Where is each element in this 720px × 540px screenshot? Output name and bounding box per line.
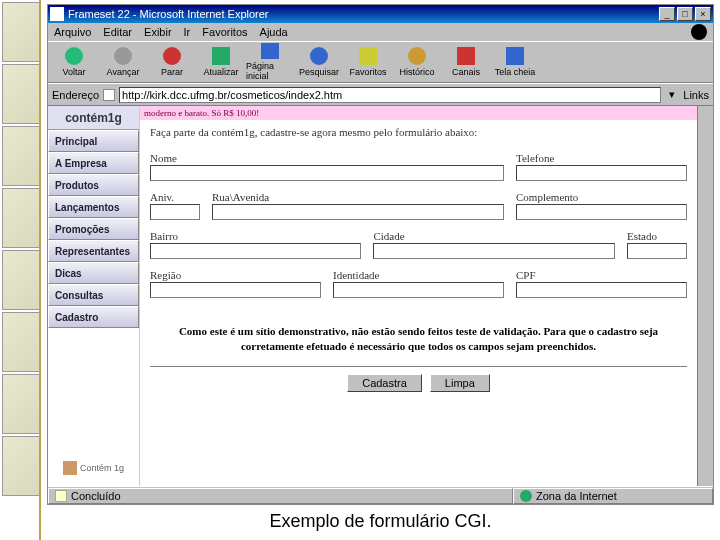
label-regiao: Região bbox=[150, 269, 321, 281]
channels-icon bbox=[457, 47, 475, 65]
forward-icon bbox=[114, 47, 132, 65]
search-button[interactable]: Pesquisar bbox=[295, 43, 343, 81]
thumbnail[interactable] bbox=[2, 2, 41, 62]
submit-button[interactable]: Cadastra bbox=[347, 374, 422, 392]
search-icon bbox=[310, 47, 328, 65]
site-brand: contém1g bbox=[48, 106, 139, 130]
maximize-button[interactable]: □ bbox=[677, 7, 693, 21]
divider bbox=[150, 366, 687, 368]
thumbnail[interactable] bbox=[2, 126, 41, 186]
slide-main: Frameset 22 - Microsoft Internet Explore… bbox=[41, 0, 720, 540]
thumbnail[interactable] bbox=[2, 64, 41, 124]
input-telefone[interactable] bbox=[516, 165, 687, 181]
home-icon bbox=[261, 43, 279, 59]
input-aniv[interactable] bbox=[150, 204, 200, 220]
thumbnail[interactable] bbox=[2, 312, 41, 372]
page-icon bbox=[103, 89, 115, 101]
input-nome[interactable] bbox=[150, 165, 504, 181]
page-content: contém1g Principal A Empresa Produtos La… bbox=[48, 105, 713, 486]
history-button[interactable]: Histórico bbox=[393, 43, 441, 81]
thumbnail[interactable] bbox=[2, 374, 41, 434]
back-button[interactable]: Voltar bbox=[50, 43, 98, 81]
toolbar: Voltar Avançar Parar Atualizar Página in… bbox=[48, 41, 713, 83]
address-input[interactable] bbox=[119, 87, 661, 103]
input-rua[interactable] bbox=[212, 204, 504, 220]
menu-item[interactable]: Ajuda bbox=[260, 26, 288, 38]
browser-window: Frameset 22 - Microsoft Internet Explore… bbox=[47, 4, 714, 505]
back-icon bbox=[65, 47, 83, 65]
label-estado: Estado bbox=[627, 230, 687, 242]
nav-promocoes[interactable]: Promoções bbox=[48, 218, 139, 240]
input-bairro[interactable] bbox=[150, 243, 361, 259]
nav-lancamentos[interactable]: Lançamentos bbox=[48, 196, 139, 218]
zone-text: Zona da Internet bbox=[536, 490, 617, 502]
menu-item[interactable]: Exibir bbox=[144, 26, 172, 38]
address-bar: Endereço ▾ Links bbox=[48, 83, 713, 105]
form-area: moderno e barato. Só R$ 10,00! Faça part… bbox=[140, 106, 697, 486]
address-dropdown-icon[interactable]: ▾ bbox=[665, 88, 679, 101]
thumbnail[interactable] bbox=[2, 188, 41, 248]
label-rua: Rua\Avenida bbox=[212, 191, 504, 203]
input-regiao[interactable] bbox=[150, 282, 321, 298]
home-button[interactable]: Página inicial bbox=[246, 43, 294, 81]
close-button[interactable]: × bbox=[695, 7, 711, 21]
history-icon bbox=[408, 47, 426, 65]
sidebar-footer: Contém 1g bbox=[48, 450, 139, 486]
window-title: Frameset 22 - Microsoft Internet Explore… bbox=[68, 8, 269, 20]
slide-thumbnails bbox=[0, 0, 41, 540]
titlebar: Frameset 22 - Microsoft Internet Explore… bbox=[48, 5, 713, 23]
label-telefone: Telefone bbox=[516, 152, 687, 164]
ie-logo-icon bbox=[691, 24, 707, 40]
thumbnail[interactable] bbox=[2, 250, 41, 310]
label-cpf: CPF bbox=[516, 269, 687, 281]
input-cidade[interactable] bbox=[373, 243, 615, 259]
label-complemento: Complemento bbox=[516, 191, 687, 203]
refresh-button[interactable]: Atualizar bbox=[197, 43, 245, 81]
label-identidade: Identidade bbox=[333, 269, 504, 281]
form-intro: Faça parte da contém1g, cadastre-se agor… bbox=[150, 120, 687, 152]
menubar: Arquivo Editar Exibir Ir Favoritos Ajuda bbox=[48, 23, 713, 41]
nav-dicas[interactable]: Dicas bbox=[48, 262, 139, 284]
links-label[interactable]: Links bbox=[683, 89, 709, 101]
input-complemento[interactable] bbox=[516, 204, 687, 220]
status-text: Concluído bbox=[71, 490, 121, 502]
form-note: Como este é um sítio demonstrativo, não … bbox=[150, 308, 687, 364]
menu-item[interactable]: Arquivo bbox=[54, 26, 91, 38]
label-aniv: Aniv. bbox=[150, 191, 200, 203]
label-nome: Nome bbox=[150, 152, 504, 164]
nav-empresa[interactable]: A Empresa bbox=[48, 152, 139, 174]
label-cidade: Cidade bbox=[373, 230, 615, 242]
forward-button[interactable]: Avançar bbox=[99, 43, 147, 81]
nav-cadastro[interactable]: Cadastro bbox=[48, 306, 139, 328]
fullscreen-button[interactable]: Tela cheia bbox=[491, 43, 539, 81]
promo-strip: moderno e barato. Só R$ 10,00! bbox=[140, 106, 697, 120]
address-label: Endereço bbox=[52, 89, 99, 101]
nav-representantes[interactable]: Representantes bbox=[48, 240, 139, 262]
favorites-icon bbox=[359, 47, 377, 65]
menu-item[interactable]: Favoritos bbox=[202, 26, 247, 38]
statusbar: Concluído Zona da Internet bbox=[48, 486, 713, 504]
label-bairro: Bairro bbox=[150, 230, 361, 242]
fullscreen-icon bbox=[506, 47, 524, 65]
nav-consultas[interactable]: Consultas bbox=[48, 284, 139, 306]
input-identidade[interactable] bbox=[333, 282, 504, 298]
reset-button[interactable]: Limpa bbox=[430, 374, 490, 392]
menu-item[interactable]: Editar bbox=[103, 26, 132, 38]
channels-button[interactable]: Canais bbox=[442, 43, 490, 81]
thumbnail[interactable] bbox=[2, 436, 41, 496]
globe-icon bbox=[520, 490, 532, 502]
vertical-scrollbar[interactable] bbox=[697, 106, 713, 486]
site-sidebar: contém1g Principal A Empresa Produtos La… bbox=[48, 106, 140, 486]
input-estado[interactable] bbox=[627, 243, 687, 259]
ie-page-icon bbox=[50, 7, 64, 21]
minimize-button[interactable]: _ bbox=[659, 7, 675, 21]
nav-principal[interactable]: Principal bbox=[48, 130, 139, 152]
favorites-button[interactable]: Favoritos bbox=[344, 43, 392, 81]
nav-produtos[interactable]: Produtos bbox=[48, 174, 139, 196]
input-cpf[interactable] bbox=[516, 282, 687, 298]
stop-icon bbox=[163, 47, 181, 65]
house-icon bbox=[63, 461, 77, 475]
menu-item[interactable]: Ir bbox=[184, 26, 191, 38]
refresh-icon bbox=[212, 47, 230, 65]
stop-button[interactable]: Parar bbox=[148, 43, 196, 81]
